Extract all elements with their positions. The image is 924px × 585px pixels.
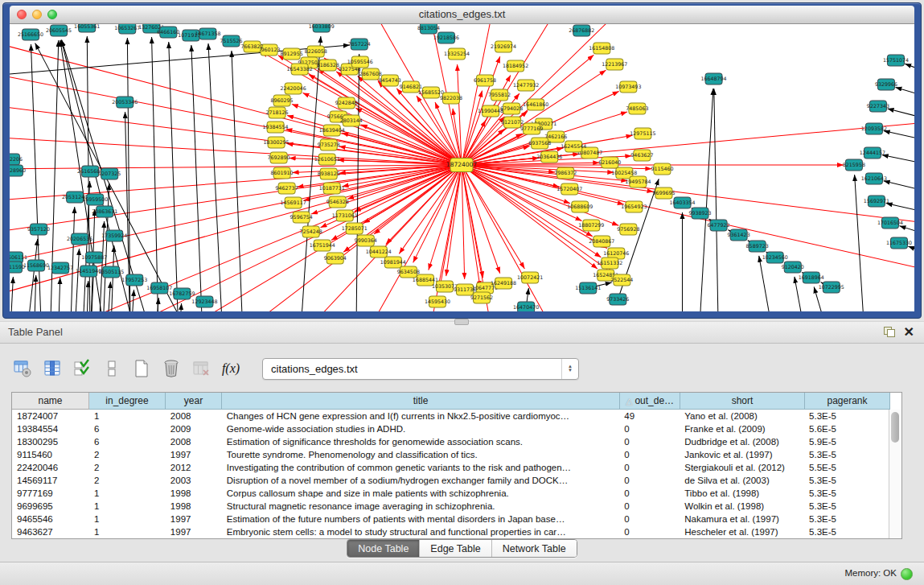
node-label: 16959500: [82, 196, 108, 202]
node-label: 13505135: [98, 269, 124, 274]
node-label: 12975115: [630, 130, 655, 136]
table-row[interactable]: 969969511998Structural magnetic resonanc…: [12, 500, 889, 513]
column-header-pagerank[interactable]: pagerank: [805, 393, 890, 410]
column-header-year[interactable]: year: [166, 393, 222, 410]
node-label: 9463627: [630, 152, 653, 158]
black-edge: [106, 282, 110, 311]
node-label: 7857224: [348, 41, 371, 47]
black-edge: [759, 256, 775, 311]
node-label: 8128960: [10, 167, 26, 173]
node-label: 10688609: [567, 204, 593, 209]
unselect-all-icon[interactable]: [102, 359, 121, 378]
panel-divider-handle[interactable]: [454, 319, 469, 325]
node-label: 17957253: [121, 277, 147, 282]
column-header-title[interactable]: title: [222, 393, 620, 410]
table-cell: Embryonic stem cells: a model to study s…: [222, 525, 620, 538]
black-edge: [10, 277, 13, 311]
column-header-in_degree[interactable]: in_degree: [89, 393, 166, 410]
node-label: 14569117: [281, 200, 306, 205]
node-label: 14595430: [425, 299, 450, 304]
node-label: 8960295: [271, 97, 294, 103]
node-label: 15685520: [418, 89, 444, 95]
node-label: 9756928: [617, 226, 639, 232]
table-row[interactable]: 2242004622012Investigating the contribut…: [12, 461, 889, 474]
node-label: 9990364: [355, 237, 377, 243]
black-edge: [882, 154, 914, 166]
black-edge: [884, 181, 914, 192]
table-cell: Hescheler et al. (1997): [680, 525, 804, 538]
table-row[interactable]: 1456911722003Disruption of a novel membe…: [12, 474, 889, 487]
node-label: 18184952: [503, 63, 528, 68]
table-cell: 18724007: [12, 410, 89, 422]
node-label: 9596754: [290, 214, 313, 220]
table-cell: 0: [619, 448, 680, 461]
table-row[interactable]: 946554611997Estimation of the future num…: [12, 513, 889, 525]
table-cell: 5.6E-5: [804, 422, 889, 435]
float-panel-icon[interactable]: [884, 327, 895, 337]
table-cell: 2: [89, 461, 166, 474]
memory-status-indicator[interactable]: [901, 568, 913, 580]
table-row[interactable]: 977716911998Corpus callosum shape and si…: [12, 487, 889, 500]
node-label: 15136141: [575, 285, 601, 290]
table-row[interactable]: 1938455462009Genome-wide association stu…: [12, 422, 889, 435]
node-label: 9242848: [335, 100, 358, 105]
node-label: 9735278: [318, 142, 340, 147]
table-cell: Stergiakouli et al. (2012): [680, 461, 804, 474]
table-row[interactable]: 911546021997Tourette syndrome. Phenomeno…: [12, 448, 889, 461]
node-label: 17285071: [342, 225, 368, 231]
column-header-out_de[interactable]: △out_de…: [620, 393, 680, 410]
table-cell: 2009: [166, 422, 222, 435]
table-cell: 5.3E-5: [804, 448, 889, 461]
table-cell: Dudbridge et al. (2008): [680, 435, 804, 448]
network-canvas[interactable]: 1872400789601238912955822605891275031654…: [10, 24, 914, 311]
node-label: 19384554: [263, 124, 289, 130]
node-label: 14671358: [195, 31, 220, 36]
table-cell: 1: [89, 410, 166, 422]
table-cell: 1997: [166, 448, 222, 461]
tab-network-table[interactable]: Network Table: [492, 540, 577, 557]
function-builder-icon[interactable]: f(x): [221, 359, 240, 378]
new-table-icon[interactable]: [132, 359, 151, 378]
node-label: 19654923: [621, 204, 647, 209]
node-label: 12477932: [513, 82, 539, 88]
black-edge: [169, 42, 179, 311]
node-label: 12342757: [47, 265, 73, 270]
table-cell: 2: [89, 474, 166, 487]
tab-node-table[interactable]: Node Table: [347, 540, 420, 557]
close-panel-icon[interactable]: ✕: [904, 324, 914, 340]
delete-table-icon[interactable]: [162, 359, 181, 378]
memory-status-label: Memory: OK: [844, 568, 897, 578]
node-label: 15751074: [883, 57, 909, 63]
tab-edge-table[interactable]: Edge Table: [420, 540, 491, 557]
table-cell: 0: [619, 422, 680, 435]
table-select-dropdown[interactable]: citations_edges.txt ▲▼: [262, 358, 579, 380]
table-cell: 19384554: [12, 422, 89, 435]
scrollbar-thumb[interactable]: [891, 412, 899, 443]
table-row[interactable]: 1872400712008Changes of HCN gene express…: [12, 410, 889, 422]
table-cell: 2: [89, 448, 166, 461]
table-settings-icon[interactable]: [13, 359, 32, 378]
table-cell: 5.5E-5: [804, 461, 889, 474]
table-cell: 9699695: [12, 500, 89, 513]
table-cell: 9465546: [12, 513, 89, 525]
table-cell: Changes of HCN gene expression and I(f) …: [222, 410, 620, 422]
node-label: 2803144: [340, 117, 363, 123]
node-label: 10234560: [762, 254, 788, 260]
table-row[interactable]: 1830029562008Estimation of significance …: [12, 435, 889, 448]
select-all-icon[interactable]: [72, 359, 92, 378]
node-label: 9115460: [651, 166, 673, 171]
table-cell: 0: [619, 513, 680, 525]
vertical-scrollbar[interactable]: [889, 410, 901, 538]
network-window-titlebar[interactable]: citations_edges.txt: [10, 6, 914, 24]
node-label: 13325254: [444, 51, 470, 56]
node-label: 9063904: [324, 255, 347, 261]
node-label: 18724007: [446, 161, 477, 168]
table-cell: 22420046: [12, 461, 89, 474]
node-label: 9146821: [400, 84, 422, 89]
column-header-name[interactable]: name: [12, 393, 89, 410]
show-columns-icon[interactable]: [43, 359, 62, 378]
node-label: 10072421: [517, 274, 543, 280]
table-row[interactable]: 946362711997Embryonic stem cells: a mode…: [12, 525, 889, 538]
column-header-short[interactable]: short: [680, 393, 805, 410]
node-label: 16403354: [669, 200, 695, 205]
